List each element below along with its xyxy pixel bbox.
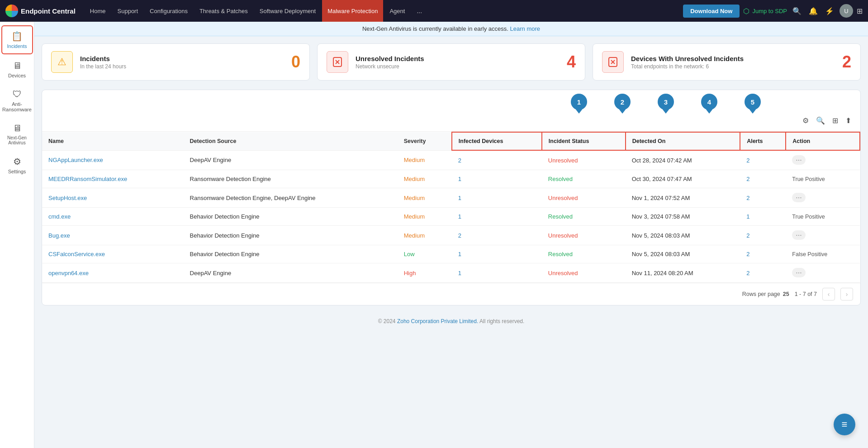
fab-button[interactable]: ≡ [834,414,855,435]
nav-threats[interactable]: Threats & Patches [194,5,253,17]
card-devices-count: 2 [842,52,851,71]
sidebar-item-settings[interactable]: ⚙ Settings [1,152,33,179]
cell-infected-devices: 1 [452,188,542,208]
callout-2: 2 [614,94,631,110]
footer-link[interactable]: Zoho Corporation Private Limited. [397,318,478,324]
banner: Next-Gen Antivirus is currently availabl… [34,22,868,36]
card-unresolved-body: Unresolved Incidents Network unsecure [356,55,560,70]
incidents-icon: 📋 [11,31,23,42]
card-incidents-subtitle: In the last 24 hours [80,63,284,70]
cell-detection-source: DeepAV Engine [184,263,398,283]
nav-configurations[interactable]: Configurations [144,5,193,17]
brand-logo[interactable]: Endpoint Central [5,5,76,17]
search-icon[interactable]: 🔍 [814,114,827,127]
infected-count-link[interactable]: 1 [458,251,461,257]
alerts-count-link[interactable]: 2 [746,195,749,201]
cell-detection-source: Behavior Detection Engine [184,245,398,263]
name-link[interactable]: MEEDRRansomSimulator.exe [48,176,127,182]
filter-icon[interactable]: ⚙ [801,114,811,127]
alerts-count-link[interactable]: 2 [746,251,749,257]
action-dots-button[interactable]: ··· [792,230,805,240]
pagination: Rows per page 25 1 - 7 of 7 ‹ › [42,283,860,305]
cell-incident-status: Resolved [542,170,626,188]
card-incidents: ⚠ Incidents In the last 24 hours 0 [42,43,310,81]
card-unresolved-icon [327,51,348,73]
infected-count-link[interactable]: 1 [458,213,461,220]
main-layout: 📋 Incidents 🖥 Devices 🛡 Anti-Ransomware … [0,22,868,448]
name-link[interactable]: SetupHost.exe [48,195,87,201]
avatar[interactable]: U [840,4,853,18]
prev-page-button[interactable]: ‹ [822,288,835,300]
name-link[interactable]: CSFalconService.exe [48,251,105,257]
alerts-count-link[interactable]: 2 [746,157,749,164]
col-action: Action [786,132,860,150]
callout-bubble-3: 3 [658,94,674,110]
cell-detected-on: Nov 5, 2024 08:03 AM [626,226,740,245]
lightning-icon[interactable]: ⚡ [823,5,836,17]
alerts-count-link[interactable]: 1 [746,213,749,220]
download-button[interactable]: Download Now [683,5,740,18]
alerts-count-link[interactable]: 2 [746,232,749,239]
infected-count-link[interactable]: 2 [458,157,461,164]
infected-count-link[interactable]: 1 [458,195,461,201]
cell-detected-on: Oct 28, 2024 07:42 AM [626,150,740,170]
name-link[interactable]: Bug.exe [48,232,70,239]
name-link[interactable]: NGAppLauncher.exe [48,157,103,163]
grid-icon[interactable]: ⊞ [857,7,863,15]
table-header-row: Name Detection Source Severity Infected … [42,132,860,150]
alerts-count-link[interactable]: 2 [746,176,749,182]
rows-per-page-value: 25 [783,291,789,297]
cell-infected-devices: 1 [452,263,542,283]
cell-severity: Medium [398,226,452,245]
severity-badge: Medium [404,157,425,163]
card-incidents-icon: ⚠ [51,51,73,73]
severity-badge: Medium [404,176,425,182]
columns-icon[interactable]: ⊞ [830,114,840,127]
main-content: Next-Gen Antivirus is currently availabl… [34,22,868,448]
table-row: openvpn64.exe DeepAV Engine High 1 Unres… [42,263,860,283]
cell-action: ··· [786,188,860,208]
bell-icon[interactable]: 🔔 [807,5,820,17]
jump-to-sdp[interactable]: ⬡ Jump to SDP [743,7,787,15]
cell-infected-devices: 1 [452,245,542,263]
alerts-count-link[interactable]: 2 [746,270,749,276]
callout-5: 5 [745,94,761,110]
infected-count-link[interactable]: 1 [458,270,461,276]
infected-count-link[interactable]: 1 [458,176,461,182]
cell-detection-source: Ransomware Detection Engine, DeepAV Engi… [184,188,398,208]
col-incident-status: Incident Status [542,132,626,150]
name-link[interactable]: openvpn64.exe [48,270,89,276]
cell-incident-status: Resolved [542,245,626,263]
action-dots-button[interactable]: ··· [792,193,805,202]
action-dots-button[interactable]: ··· [792,155,805,165]
sidebar-item-devices[interactable]: 🖥 Devices [1,56,33,83]
cell-severity: Medium [398,170,452,188]
action-label: True Positive [792,214,825,220]
infected-count-link[interactable]: 2 [458,232,461,239]
brand-name: Endpoint Central [21,7,76,15]
nav-home[interactable]: Home [85,5,111,17]
name-link[interactable]: cmd.exe [48,213,71,220]
next-page-button[interactable]: › [840,288,853,300]
nav-support[interactable]: Support [112,5,144,17]
cell-incident-status: Unresolved [542,150,626,170]
table-header: Name Detection Source Severity Infected … [42,132,860,150]
banner-link[interactable]: Learn more [510,25,540,32]
cell-alerts: 2 [740,170,786,188]
table-toolbar: ⚙ 🔍 ⊞ ⬆ [42,110,860,132]
nav-more[interactable]: ... [411,5,427,17]
cell-infected-devices: 1 [452,208,542,226]
action-dots-button[interactable]: ··· [792,268,805,277]
card-devices-title: Devices With Unresolved Incidents [631,55,835,62]
export-icon[interactable]: ⬆ [844,114,853,127]
table-body: NGAppLauncher.exe DeepAV Engine Medium 2… [42,150,860,283]
status-badge: Unresolved [548,232,578,239]
nav-malware[interactable]: Malware Protection [322,0,383,22]
sidebar-item-next-gen[interactable]: 🖥 Next-Gen Antivirus [1,119,33,150]
search-icon[interactable]: 🔍 [791,5,803,17]
nav-software[interactable]: Software Deployment [254,5,321,17]
sidebar-item-anti-ransomware[interactable]: 🛡 Anti-Ransomware [1,85,33,117]
sidebar-item-incidents[interactable]: 📋 Incidents [1,25,33,54]
nav-agent[interactable]: Agent [384,5,410,17]
cell-infected-devices: 2 [452,226,542,245]
